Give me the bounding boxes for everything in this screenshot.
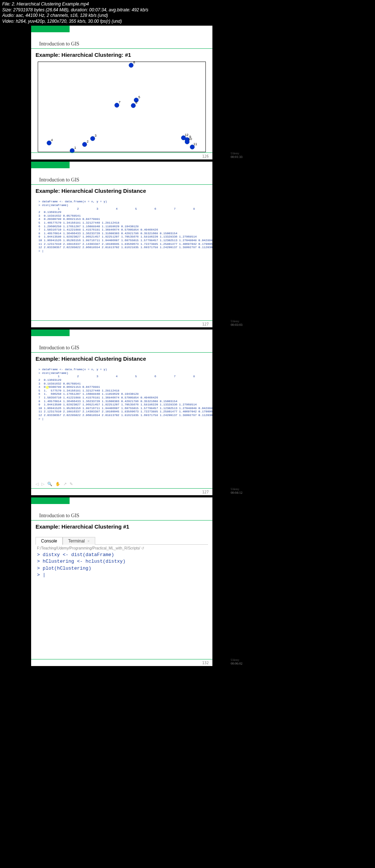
- data-point-label: 5: [138, 95, 140, 99]
- cursor-highlight-icon: [45, 386, 49, 390]
- next-page-icon[interactable]: ▷: [41, 482, 44, 486]
- slide-title: Example: Hierarchical Clustering Distanc…: [31, 353, 212, 365]
- pen-icon[interactable]: ✎: [70, 482, 73, 486]
- refresh-icon[interactable]: ↻: [141, 546, 144, 550]
- prev-page-icon[interactable]: ◁: [36, 482, 38, 486]
- scatter-plot: 123456789101112: [38, 62, 206, 152]
- hand-icon[interactable]: ✋: [55, 482, 60, 486]
- timestamp: Udemy 00:03:03: [212, 319, 242, 327]
- contact-sheet: Introduction to GIS Example: Hierarchica…: [0, 26, 375, 679]
- data-point-label: 6: [135, 101, 137, 104]
- data-point-label: 4: [51, 138, 53, 142]
- data-point-label: 1: [74, 146, 76, 150]
- slide-title: Example: Hierarchical Clustering: #1: [31, 49, 212, 62]
- data-point-label: 11: [193, 142, 197, 146]
- page-number: 127: [202, 322, 209, 326]
- slide-header: Introduction to GIS: [31, 504, 212, 521]
- page-number: 126: [202, 154, 209, 158]
- accent-bar: [31, 162, 70, 168]
- file-info-file: File: 2. Hierarchical Clustering Example…: [2, 1, 373, 7]
- data-point-label: 3: [95, 134, 97, 137]
- slide-title: Example: Hierarchical Clustering Distanc…: [31, 185, 212, 198]
- pdf-toolbar: ◁ ▷ 🔍 ✋ ↗ ✎: [33, 481, 75, 487]
- file-info-block: File: 2. Hierarchical Clustering Example…: [0, 0, 375, 26]
- slide-header: Introduction to GIS: [31, 168, 212, 185]
- r-console-code[interactable]: > distxy <- dist(dataFrame) > hClusterin…: [31, 551, 212, 580]
- slide-4: Introduction to GIS Example: Hierarchica…: [31, 497, 212, 666]
- file-info-size: Size: 27931978 bytes (26.64 MiB), durati…: [2, 7, 373, 13]
- share-icon[interactable]: ↗: [63, 482, 67, 486]
- timestamp: Udemy 00:06:02: [212, 658, 242, 666]
- data-point-label: 2: [87, 140, 89, 143]
- file-info-audio: Audio: aac, 44100 Hz, 2 channels, s16, 1…: [2, 13, 373, 19]
- zoom-icon[interactable]: 🔍: [47, 482, 52, 486]
- r-distance-output: > dataFrame <- data.frame(x = x, y = y) …: [31, 198, 212, 254]
- close-icon[interactable]: ×: [88, 539, 90, 543]
- page-number: 127: [202, 490, 209, 494]
- data-point-label: 8: [133, 60, 135, 64]
- accent-bar: [31, 26, 70, 32]
- slide-1: Introduction to GIS Example: Hierarchica…: [31, 26, 212, 159]
- slide-header: Introduction to GIS: [31, 32, 212, 49]
- accent-bar: [31, 497, 70, 504]
- data-point-label: 10: [188, 137, 192, 141]
- timestamp: Udemy 00:04:12: [212, 487, 242, 495]
- accent-bar: [31, 330, 70, 336]
- tab-terminal[interactable]: Terminal ×: [63, 537, 95, 545]
- working-directory: F:/Teaching/Udemy/Programming/Practical_…: [31, 545, 212, 551]
- console-tab-strip: Console Terminal ×: [36, 536, 208, 545]
- data-point-label: 12: [185, 133, 188, 137]
- tab-console[interactable]: Console: [36, 537, 63, 545]
- slide-3: Introduction to GIS Example: Hierarchica…: [31, 330, 212, 495]
- file-info-video: Video: h264, yuv420p, 1280x720, 355 kb/s…: [2, 19, 373, 25]
- timestamp: Udemy 00:01:33: [212, 151, 242, 159]
- slide-title: Example: Hierarchical Clustering #1: [31, 521, 212, 533]
- page-number: 132: [202, 661, 209, 665]
- slide-2: Introduction to GIS Example: Hierarchica…: [31, 162, 212, 327]
- data-point-label: 7: [119, 100, 120, 104]
- r-distance-output: > dataFrame <- data.frame(x = x, y = y) …: [31, 365, 212, 422]
- slide-header: Introduction to GIS: [31, 336, 212, 353]
